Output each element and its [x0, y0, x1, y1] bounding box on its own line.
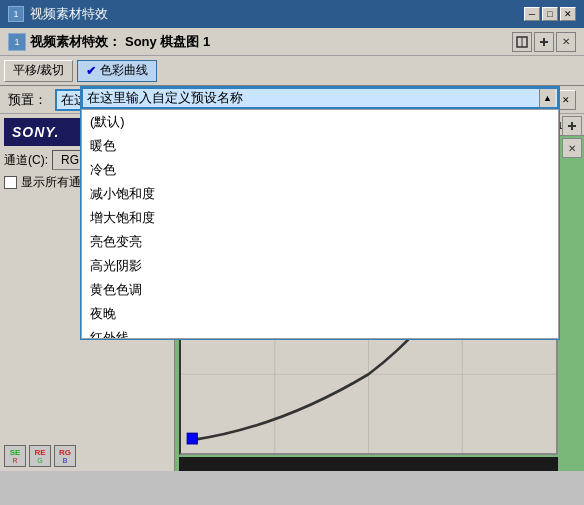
- main-window: 1 视频素材特效： Sony 棋盘图 1 ✕ 平移/裁切 ✔ 色彩曲线: [0, 28, 584, 505]
- window-title: 视频素材特效: [30, 5, 108, 23]
- dropdown-item-night[interactable]: 夜晚: [82, 302, 558, 326]
- dropdown-list: (默认) 暖色 冷色 减小饱和度 增大饱和度 亮色变亮 高光阴影 黄色色调 夜晚…: [81, 109, 559, 339]
- dropdown-item-infrared[interactable]: 红外线: [82, 326, 558, 339]
- channel-label: 通道(C):: [4, 152, 48, 169]
- dropdown-item-highlight[interactable]: 高光阴影: [82, 254, 558, 278]
- title-bar: 1 视频素材特效 ─ □ ✕: [0, 0, 584, 28]
- subtitle-value: Sony 棋盘图 1: [125, 33, 210, 51]
- dropdown-item-more-sat[interactable]: 增大饱和度: [82, 206, 558, 230]
- dropdown-item-less-sat[interactable]: 减小饱和度: [82, 182, 558, 206]
- subtitle-label: 视频素材特效：: [30, 33, 121, 51]
- show-all-checkbox[interactable]: [4, 176, 17, 189]
- dropdown-item-default[interactable]: (默认): [82, 110, 558, 134]
- sony-logo: SONY.: [12, 124, 59, 140]
- color-curve-button[interactable]: ✔ 色彩曲线: [77, 60, 157, 82]
- svg-rect-15: [187, 433, 197, 444]
- dropdown-item-yellow[interactable]: 黄色色调: [82, 278, 558, 302]
- title-icon: 1: [8, 6, 24, 22]
- window: 1 视频素材特效 ─ □ ✕ 1 视频素材特效： Sony 棋盘图 1 ✕: [0, 0, 584, 505]
- bottom-color-icons: SE R RE G RG B: [4, 445, 76, 467]
- dropdown-header-arrow[interactable]: ▲: [539, 89, 555, 107]
- side-icon-2[interactable]: [534, 32, 554, 52]
- maximize-button[interactable]: □: [542, 7, 558, 21]
- close-button[interactable]: ✕: [560, 7, 576, 21]
- color-icon-rg-b[interactable]: RG B: [54, 445, 76, 467]
- right-icon-1[interactable]: [562, 116, 582, 136]
- dropdown-item-cool[interactable]: 冷色: [82, 158, 558, 182]
- right-icon-2[interactable]: ✕: [562, 138, 582, 158]
- side-icon-1[interactable]: [512, 32, 532, 52]
- dropdown-open: 在这里输入自定义预设名称 ▲ (默认) 暖色 冷色 减小饱和度 增大饱和度 亮色…: [80, 86, 560, 340]
- dropdown-item-warm[interactable]: 暖色: [82, 134, 558, 158]
- close-x-button[interactable]: ✕: [556, 32, 576, 52]
- show-all-label: 显示所有通: [21, 174, 81, 191]
- clip-icon: 1: [8, 33, 26, 51]
- color-icon-re-g[interactable]: RE G: [29, 445, 51, 467]
- toolbar: 平移/裁切 ✔ 色彩曲线: [0, 56, 584, 86]
- preset-label: 预置：: [8, 91, 47, 109]
- color-icon-se-r[interactable]: SE R: [4, 445, 26, 467]
- right-side-icons: ✕: [560, 114, 584, 160]
- minimize-button[interactable]: ─: [524, 7, 540, 21]
- bottom-black-bar: [179, 457, 558, 471]
- window-controls: ─ □ ✕: [524, 7, 576, 21]
- dropdown-header[interactable]: 在这里输入自定义预设名称 ▲: [81, 87, 559, 109]
- dropdown-item-bright[interactable]: 亮色变亮: [82, 230, 558, 254]
- pan-crop-button[interactable]: 平移/裁切: [4, 60, 73, 82]
